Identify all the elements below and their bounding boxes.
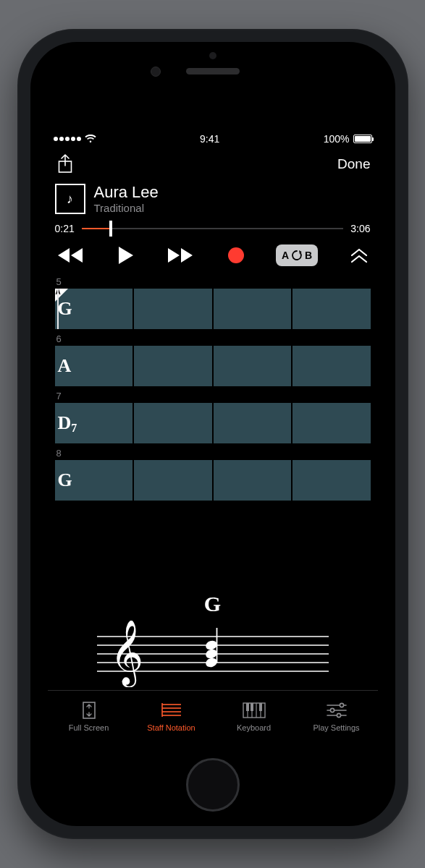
record-icon: [228, 247, 244, 263]
battery-pct: 100%: [324, 133, 350, 145]
staff-svg: 𝄞: [97, 621, 329, 687]
keyboard-icon: [243, 700, 266, 720]
measures-list: 5GA6A7D78G: [48, 273, 378, 586]
measure-row[interactable]: 5GA: [48, 276, 378, 331]
full-screen-icon: [80, 700, 98, 720]
song-subtitle: Traditional: [94, 202, 159, 214]
play-icon: [117, 246, 135, 265]
measure-chord: D7: [58, 412, 77, 434]
transport-bar: A B: [48, 239, 378, 273]
tab-staff-notation[interactable]: Staff Notation: [130, 691, 213, 741]
measure-cells: G: [55, 460, 371, 501]
ab-loop-a: A: [282, 250, 289, 261]
measure-cell: [214, 460, 292, 501]
share-icon: [57, 154, 73, 174]
measure-cell: [293, 403, 371, 443]
tab-play-settings[interactable]: Play Settings: [295, 691, 378, 741]
measure-cells: D7: [55, 403, 371, 443]
tab-keyboard[interactable]: Keyboard: [213, 691, 295, 741]
tab-staff-notation-label: Staff Notation: [147, 723, 195, 732]
current-chord-label: G: [48, 592, 378, 616]
svg-point-29: [330, 708, 334, 712]
staff-notation-icon: [161, 700, 182, 720]
playhead-line: [57, 289, 59, 329]
measure-cell: [214, 403, 292, 443]
status-time: 9:41: [200, 133, 219, 145]
status-bar: 9:41 100%: [48, 130, 378, 148]
measure-chord: G: [58, 469, 72, 491]
tab-full-screen[interactable]: Full Screen: [48, 691, 130, 741]
loop-icon: [290, 250, 303, 261]
measure-cell: [134, 289, 212, 329]
measure-number: 6: [56, 333, 371, 344]
proximity-sensor: [209, 52, 216, 59]
measure-cell: [293, 289, 371, 329]
song-icon: ♪: [55, 184, 85, 214]
bottom-tab-bar: Full Screen Staff Notation Keyboard: [48, 690, 378, 741]
share-button[interactable]: [55, 153, 75, 176]
tab-full-screen-label: Full Screen: [69, 723, 109, 732]
signal-dots-icon: [54, 137, 81, 141]
measure-number: 5: [56, 276, 371, 287]
measure-cells: GA: [55, 289, 371, 329]
measure-cell: [134, 460, 212, 501]
staff-notation: 𝄞: [48, 621, 378, 687]
measure-cell: [214, 289, 292, 329]
current-chord-area: G 𝄞: [48, 586, 378, 690]
measure-number: 8: [56, 448, 371, 459]
svg-point-30: [337, 713, 340, 717]
wifi-icon: [85, 135, 96, 143]
svg-rect-22: [246, 703, 249, 711]
total-time: 3:06: [350, 223, 370, 234]
fast-forward-icon: [167, 247, 195, 264]
phone-inner: 9:41 100% Done ♪: [30, 42, 395, 826]
svg-rect-23: [251, 703, 253, 711]
measure-cell: [134, 403, 212, 443]
progress-slider[interactable]: [82, 220, 344, 237]
ab-loop-button[interactable]: A B: [276, 244, 318, 266]
measure-cell: [214, 346, 292, 386]
measure-row[interactable]: 6A: [48, 333, 378, 388]
chevron-up-double-icon: [350, 247, 369, 263]
tab-play-settings-label: Play Settings: [313, 723, 359, 732]
done-button[interactable]: Done: [337, 156, 370, 172]
song-header: ♪ Aura Lee Traditional: [48, 181, 378, 216]
svg-text:𝄞: 𝄞: [110, 621, 143, 687]
speaker-grille: [186, 68, 240, 75]
tab-keyboard-label: Keyboard: [237, 723, 271, 732]
ab-loop-b: B: [305, 250, 312, 261]
measure-cells: A: [55, 346, 371, 386]
measure-cell: [293, 346, 371, 386]
rewind-button[interactable]: [56, 244, 85, 266]
svg-rect-24: [259, 703, 262, 711]
home-button[interactable]: [186, 758, 240, 812]
fast-forward-button[interactable]: [167, 244, 195, 266]
measure-cell: [134, 346, 212, 386]
progress-row: 0:21 3:06: [48, 216, 378, 239]
record-button[interactable]: [228, 244, 244, 266]
rewind-icon: [56, 247, 85, 264]
phone-frame: 9:41 100% Done ♪: [17, 29, 408, 839]
measure-number: 7: [56, 391, 371, 401]
measure-chord: A: [58, 355, 72, 377]
collapse-button[interactable]: [350, 244, 369, 266]
app-screen: 9:41 100% Done ♪: [48, 130, 378, 741]
svg-point-28: [340, 703, 343, 707]
song-title: Aura Lee: [94, 184, 159, 201]
nav-bar: Done: [48, 148, 378, 181]
sliders-icon: [326, 700, 348, 720]
measure-row[interactable]: 8G: [48, 448, 378, 502]
elapsed-time: 0:21: [55, 223, 75, 234]
measure-cell: [293, 460, 371, 501]
measure-row[interactable]: 7D7: [48, 391, 378, 445]
front-camera: [151, 67, 161, 77]
battery-icon: [353, 135, 372, 143]
play-button[interactable]: [117, 244, 135, 266]
